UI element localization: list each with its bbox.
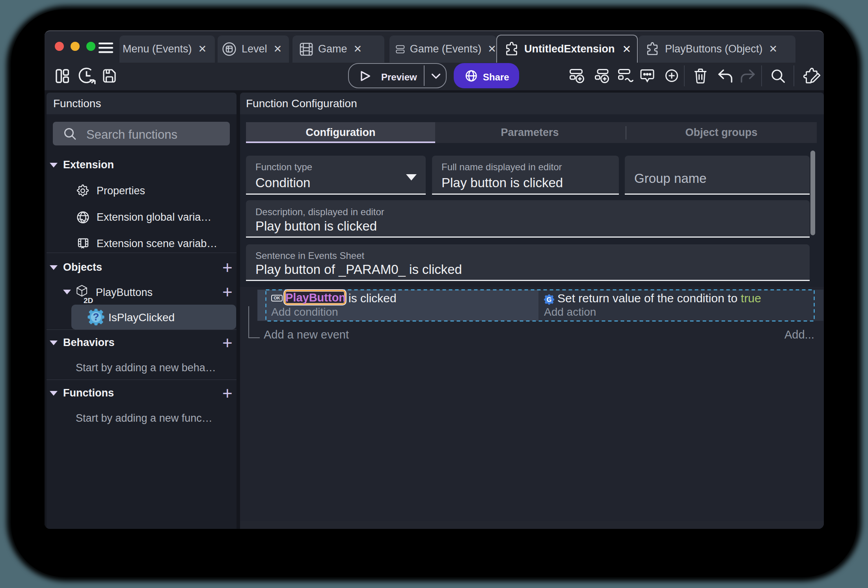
svg-text:G: G: [547, 296, 551, 303]
svg-text:?: ?: [93, 311, 99, 323]
